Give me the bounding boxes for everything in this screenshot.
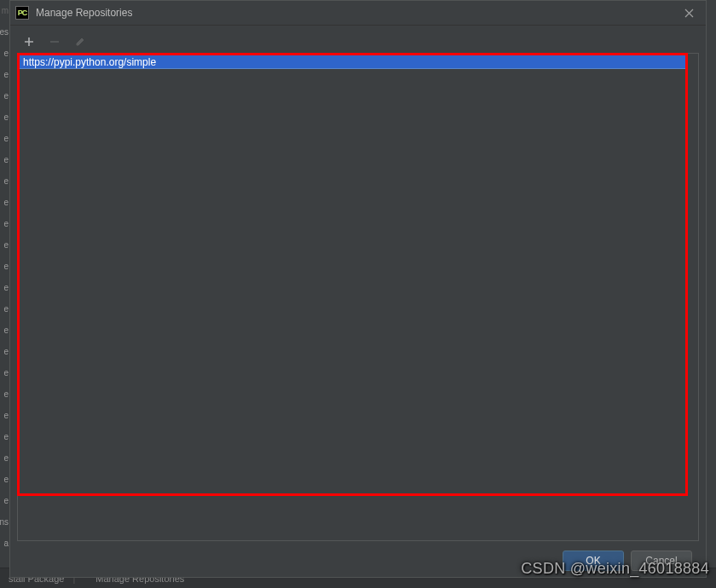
- dialog-titlebar[interactable]: PC Manage Repositories: [10, 1, 706, 26]
- bg-left-row: e: [0, 277, 9, 298]
- bg-left-row: e: [0, 234, 9, 256]
- pycharm-app-icon: PC: [15, 6, 29, 20]
- cancel-button[interactable]: Cancel: [631, 551, 692, 571]
- close-icon: [684, 9, 694, 18]
- bg-left-row: e: [0, 192, 9, 213]
- bg-left-row: e: [0, 320, 9, 341]
- bg-left-row: e: [0, 469, 9, 490]
- bg-left-row: e: [0, 490, 9, 511]
- add-repo-button[interactable]: [22, 35, 36, 49]
- bg-left-row: a: [0, 533, 9, 554]
- bg-left-row: e: [0, 405, 9, 426]
- bg-left-row: e: [0, 256, 9, 277]
- dialog-content: https://pypi.python.org/simple OK Cancel: [10, 26, 706, 577]
- dialog-title: Manage Repositories: [36, 7, 672, 19]
- manage-repositories-dialog: PC Manage Repositories https://pypi.pyth…: [9, 0, 707, 578]
- bg-left-row: e: [0, 170, 9, 192]
- bg-left-row: m: [0, 0, 9, 21]
- edit-repo-button[interactable]: [73, 35, 87, 49]
- bg-left-row: e: [0, 383, 9, 405]
- bg-left-row: e: [0, 64, 9, 85]
- bg-left-row: e: [0, 298, 9, 320]
- plus-icon: [24, 37, 34, 47]
- remove-repo-button[interactable]: [48, 35, 61, 49]
- repository-row[interactable]: https://pypi.python.org/simple: [19, 55, 688, 69]
- bg-left-row: e: [0, 107, 9, 128]
- bg-left-row: e: [0, 128, 9, 149]
- bg-left-row: e: [0, 43, 9, 64]
- bg-left-row: e: [0, 426, 9, 447]
- bg-left-row: es: [0, 21, 9, 43]
- pencil-icon: [75, 37, 85, 47]
- minus-icon: [49, 37, 60, 47]
- background-left-strip: m es e e e e e e e e e e e e e e e e e e…: [0, 0, 9, 588]
- dialog-button-bar: OK Cancel: [17, 541, 699, 575]
- repository-url: https://pypi.python.org/simple: [23, 56, 156, 68]
- bg-left-row: ns: [0, 511, 9, 533]
- bg-left-row: e: [0, 149, 9, 170]
- annotation-highlight-box: [17, 53, 688, 496]
- bg-left-row: e: [0, 447, 9, 469]
- repository-list[interactable]: https://pypi.python.org/simple: [17, 53, 699, 541]
- bg-left-row: e: [0, 213, 9, 234]
- close-button[interactable]: [672, 1, 706, 25]
- repo-toolbar: [17, 32, 699, 51]
- ok-button[interactable]: OK: [563, 551, 624, 571]
- bg-left-row: e: [0, 362, 9, 383]
- bg-left-row: e: [0, 85, 9, 107]
- bg-left-row: e: [0, 341, 9, 362]
